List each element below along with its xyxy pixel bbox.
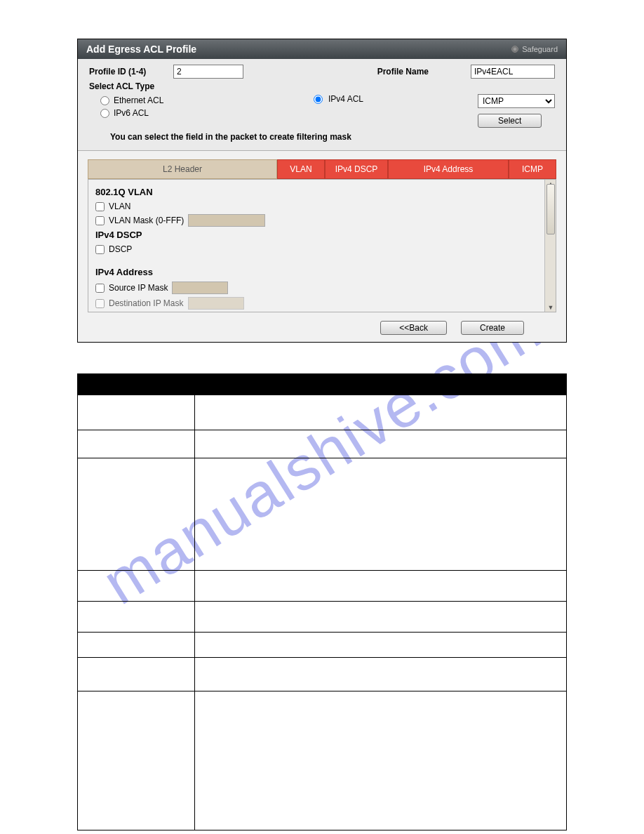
tab-ipv4-dscp[interactable]: IPv4 DSCP (325, 159, 388, 179)
table-row (195, 430, 567, 458)
profile-id-label: Profile ID (1-4) (89, 67, 173, 77)
ipv4-acl-label: IPv4 ACL (328, 94, 363, 104)
tab-ipv4-address[interactable]: IPv4 Address (388, 159, 509, 179)
dest-ip-mask-checkbox[interactable] (95, 299, 105, 308)
mask-scroll-area: 802.1Q VLAN VLAN VLAN Mask (0-FFF) IPv4 … (88, 179, 556, 312)
profile-name-label: Profile Name (377, 67, 429, 77)
protocol-dropdown[interactable]: ICMP (478, 94, 555, 108)
table-row (195, 602, 567, 633)
vlan-mask-checkbox[interactable] (95, 216, 105, 225)
source-ip-mask-label: Source IP Mask (109, 283, 168, 293)
vlan-mask-input[interactable] (188, 214, 265, 227)
section-ipv4-dscp: IPv4 DSCP (95, 230, 549, 240)
table-row (78, 633, 195, 658)
scroll-down-icon[interactable]: ▼ (546, 303, 555, 312)
ipv4-acl-radio[interactable] (314, 95, 323, 104)
table-row (195, 458, 567, 571)
table-header-description (195, 374, 567, 395)
section-8021q-vlan: 802.1Q VLAN (95, 187, 549, 197)
table-row (78, 430, 195, 458)
profile-id-input[interactable] (173, 65, 243, 79)
safeguard-label: Safeguard (522, 45, 558, 53)
profile-name-input[interactable] (471, 65, 555, 79)
back-button[interactable]: <<Back (380, 321, 447, 335)
select-acl-type-label: Select ACL Type (89, 81, 173, 91)
section-ipv4-address: IPv4 Address (95, 267, 549, 277)
source-ip-mask-checkbox[interactable] (95, 284, 105, 293)
create-button[interactable]: Create (461, 321, 524, 335)
ethernet-acl-radio[interactable] (100, 96, 109, 105)
table-row (78, 571, 195, 602)
dscp-label: DSCP (109, 244, 132, 254)
ipv6-acl-label: IPv6 ACL (114, 108, 149, 118)
parameter-table (77, 373, 567, 830)
title-bar: Add Egress ACL Profile Safeguard (78, 39, 566, 59)
filtering-hint: You can select the field in the packet t… (89, 132, 555, 142)
window-title: Add Egress ACL Profile (86, 44, 196, 55)
footer-buttons: <<Back Create (78, 317, 566, 342)
dest-ip-mask-label: Destination IP Mask (109, 298, 184, 308)
vlan-checkbox[interactable] (95, 202, 105, 211)
table-row (78, 395, 195, 430)
table-row (78, 658, 195, 691)
tab-vlan[interactable]: VLAN (277, 159, 325, 179)
vlan-label: VLAN (109, 201, 130, 211)
ipv6-acl-radio[interactable] (100, 109, 109, 118)
config-area: Profile ID (1-4) Profile Name Select ACL… (78, 59, 566, 151)
table-row (195, 633, 567, 658)
table-row (78, 691, 195, 830)
ethernet-acl-label: Ethernet ACL (114, 95, 163, 105)
table-row (195, 691, 567, 830)
tab-l2-header[interactable]: L2 Header (88, 159, 277, 179)
tab-icmp[interactable]: ICMP (509, 159, 556, 179)
safeguard-indicator: Safeguard (511, 45, 558, 53)
vlan-mask-label: VLAN Mask (0-FFF) (109, 216, 184, 225)
scrollbar[interactable]: ▲ ▼ (544, 180, 556, 312)
tabs-row: L2 Header VLAN IPv4 DSCP IPv4 Address IC… (78, 151, 566, 179)
table-row (195, 658, 567, 691)
dest-ip-mask-input[interactable] (188, 297, 244, 310)
table-header-parameter (78, 374, 195, 395)
scroll-thumb[interactable] (546, 184, 555, 234)
safeguard-icon (511, 46, 518, 53)
dscp-checkbox[interactable] (95, 245, 105, 254)
source-ip-mask-input[interactable] (172, 282, 228, 294)
table-row (78, 458, 195, 571)
select-button[interactable]: Select (478, 114, 542, 128)
app-panel: Add Egress ACL Profile Safeguard Profile… (77, 39, 567, 343)
table-row (195, 395, 567, 430)
table-row (195, 571, 567, 602)
table-row (78, 602, 195, 633)
